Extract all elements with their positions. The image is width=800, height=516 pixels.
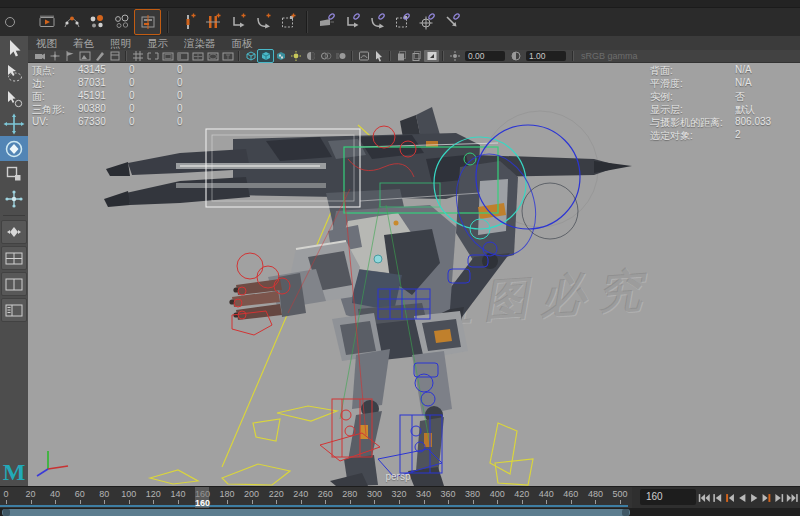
grid-icon[interactable] [130,50,145,62]
screen-space-ao-icon[interactable] [318,50,333,62]
use-all-lights-icon[interactable] [288,50,303,62]
bookmark-icon[interactable] [62,50,77,62]
tick-mark [31,500,32,504]
film-gate-icon[interactable] [145,50,160,62]
timeline-ruler[interactable]: 0204060801001201401601802002202402602803… [0,487,632,509]
insert-key-icon[interactable] [175,10,200,34]
motion-trail-icon[interactable] [59,10,84,34]
time-editor-icon[interactable] [134,9,161,35]
tick-label: 200 [244,489,259,499]
2d-pan-zoom-icon[interactable] [47,50,62,62]
safe-title-icon[interactable] [220,50,235,62]
panel-menu-2[interactable]: 照明 [102,36,139,50]
layout-two-pane-button[interactable] [1,272,27,296]
layout-single-pane-button[interactable] [1,220,27,244]
gamma-icon[interactable] [508,50,523,62]
safe-action-icon[interactable] [205,50,220,62]
tick-label: 380 [465,489,480,499]
sequence-snapshot-icon[interactable] [409,50,424,62]
pole-vector-constraint-icon[interactable] [439,10,464,34]
playblast-icon[interactable] [34,10,59,34]
tick-label: 260 [318,489,333,499]
rotate-keys-icon[interactable] [250,10,275,34]
aim-constraint-icon[interactable] [414,10,439,34]
scale-key-region-icon[interactable] [275,10,300,34]
play-forward-button[interactable] [748,490,761,506]
paint-select-tool[interactable] [0,86,28,111]
set-key-dots-icon[interactable] [84,10,109,34]
point-constraint-icon[interactable] [339,10,364,34]
tick-label: 460 [563,489,578,499]
step-forward-key-button[interactable] [761,490,774,506]
parent-constraint-icon[interactable] [314,10,339,34]
toolbox-divider [3,215,25,216]
step-back-frame-button[interactable] [711,490,724,506]
tick-mark [301,500,302,504]
gate-mask-icon[interactable] [175,50,190,62]
scale-constraint-icon[interactable] [389,10,414,34]
xray-icon[interactable] [356,50,371,62]
universal-manipulator-tool[interactable] [0,186,28,211]
rotate-tool[interactable] [0,136,28,161]
scale-tool[interactable] [0,161,28,186]
viewport-canvas[interactable]: 盗图必究 [28,63,800,486]
tick-mark [129,500,130,504]
current-frame-field[interactable]: 160 [640,489,696,505]
ghost-frames-icon[interactable] [109,10,134,34]
wireframe-icon[interactable] [243,50,258,62]
step-forward-frame-button[interactable] [773,490,786,506]
tick-mark [497,500,498,504]
snapshot-icon[interactable] [394,50,409,62]
grease-pencil-icon[interactable] [92,50,107,62]
tick-label: 340 [416,489,431,499]
render-view-pane-icon[interactable] [424,50,439,62]
panel-menu-4[interactable]: 渲染器 [176,36,224,50]
maya-window: M 视图着色照明显示渲染器面板 0.001.00sRGB gamma 盗图必究 [0,0,800,516]
toolbar-separator [389,51,391,61]
orient-constraint-icon[interactable] [364,10,389,34]
tick-mark [178,500,179,504]
panel-menu-1[interactable]: 着色 [65,36,102,50]
range-end-handle[interactable] [622,509,629,516]
cached-frames-bar [0,505,628,507]
range-slider[interactable] [0,508,800,516]
resolution-gate-icon[interactable] [160,50,175,62]
camera-attributes-icon[interactable] [107,50,122,62]
hud-row: 与摄影机的距离:806.033 [28,116,800,129]
exposure-icon[interactable] [447,50,462,62]
panel-menu-3[interactable]: 显示 [139,36,176,50]
isolate-select-icon[interactable] [371,50,386,62]
range-slider-bar[interactable] [2,509,630,516]
gamma-field[interactable]: 1.00 [526,51,566,61]
insert-keys-icon[interactable] [200,10,225,34]
panel-menu-0[interactable]: 视图 [28,36,65,50]
textured-icon[interactable] [273,50,288,62]
toolbar-separator [125,51,127,61]
tick-mark [424,500,425,504]
shadows-icon[interactable] [303,50,318,62]
play-backward-button[interactable] [736,490,749,506]
motion-blur-icon[interactable] [333,50,348,62]
field-chart-icon[interactable] [190,50,205,62]
layout-four-pane-button[interactable] [1,246,27,270]
select-camera-icon[interactable] [32,50,47,62]
exposure-field[interactable]: 0.00 [465,51,505,61]
smooth-shade-icon[interactable] [258,50,273,62]
select-tool[interactable] [0,36,28,61]
step-back-key-button[interactable] [723,490,736,506]
move-keys-icon[interactable] [225,10,250,34]
go-to-start-button[interactable] [698,490,711,506]
tick-label: 280 [342,489,357,499]
hud-row: 平滑度:N/A [28,77,800,90]
auto-key-indicator-icon[interactable] [5,17,15,27]
panel-menu-5[interactable]: 面板 [224,36,261,50]
range-start-handle[interactable] [3,509,10,516]
tick-mark [55,500,56,504]
lasso-select-tool[interactable] [0,61,28,86]
go-to-end-button[interactable] [786,490,799,506]
move-tool[interactable] [0,111,28,136]
tick-mark [473,500,474,504]
layout-outliner-pane-button[interactable] [1,298,27,322]
current-time-indicator[interactable]: 160 [195,487,209,509]
image-plane-icon[interactable] [77,50,92,62]
